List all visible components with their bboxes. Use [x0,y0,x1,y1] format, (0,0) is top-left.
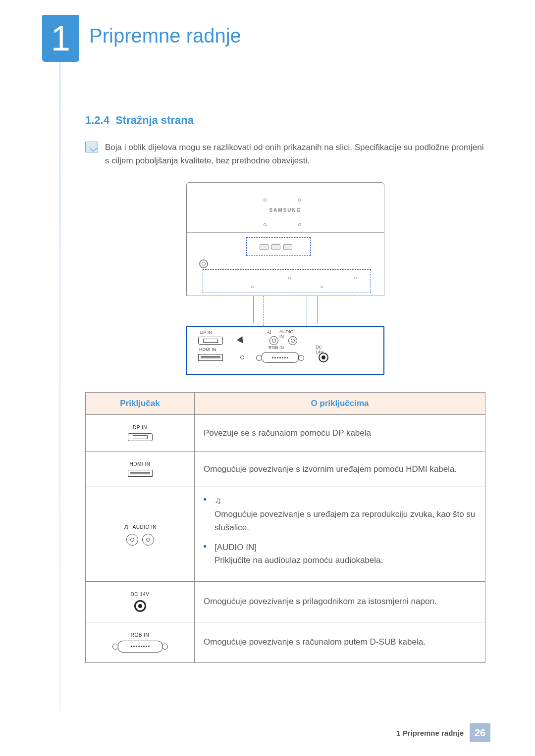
table-row: RGB IN Omogućuje povezivanje s računalom… [86,622,485,662]
screw-hole-icon [264,223,267,226]
cell-label: RGB IN [91,632,189,638]
table-row: ♫ AUDIO IN ♫ Omogućuje povezivanje [86,487,485,581]
ports-table: Priključak O priključcima DP IN Povezuje… [85,392,485,662]
screw-hole-icon [298,223,301,226]
page-footer: 1 Pripremne radnje 26 [396,723,490,742]
section-title: Stražnja strana [115,114,194,126]
audio-desc-list: ♫ Omogućuje povezivanje s uređajem za re… [204,494,476,567]
brand-label: SAMSUNG [269,207,301,213]
dp-port-icon [198,337,223,345]
dp-port-label: DP IN [200,330,212,335]
bullet-text: Omogućuje povezivanje s uređajem za repr… [214,509,475,532]
mini-ports-row [251,240,301,254]
list-item: [AUDIO IN] Priključite na audioulaz pomo… [204,541,476,567]
cell-label: DP IN [91,425,189,430]
chapter-title: Pripremne radnje [89,25,241,47]
left-gutter-line [59,59,60,711]
cell-desc: Povezuje se s računalom pomoću DP kabela [195,415,485,452]
table-row: DC 14V Omogućuje povezivanje s prilagodn… [86,581,485,622]
footer-page-number: 26 [470,723,490,742]
audio-jack-icon [269,336,278,345]
table-header-port: Priključak [86,393,195,415]
hdmi-port-icon [128,470,153,477]
note-icon [85,142,98,152]
headphone-icon: ♫ [214,494,221,508]
bullet-text: Priključite na audioulaz pomoću audiokab… [214,555,383,565]
vga-port-icon [118,641,162,653]
screw-hole-icon [264,199,267,202]
callout-line [264,296,264,326]
audio-jack-icon [126,534,138,546]
note-block: Boja i oblik dijelova mogu se razlikovat… [85,141,485,167]
footer-chapter-label: 1 Pripremne radnje [396,729,470,737]
diagram-wrapper: SAMSUNG [85,182,485,375]
cell-label: AUDIO IN [133,524,157,530]
content-area: 1.2.4 Stražnja strana Boja i oblik dijel… [85,114,485,663]
monitor-stand [253,296,318,323]
cell-desc: Omogućuje povezivanje s prilagodnikom za… [195,581,485,622]
hdmi-port-label: HDMI IN [199,347,216,352]
arrow-marker-icon [237,336,246,345]
bullet-label: [AUDIO IN] [214,543,257,552]
kensington-lock-icon [199,259,208,268]
chapter-number: 1 [42,15,79,62]
cell-label: DC 14V [91,592,189,597]
port-callout-panel: DP IN ♫ AUDIO IN HDMI IN [186,326,384,375]
monitor-back-panel: SAMSUNG [186,182,384,296]
dc-port-label: DC 14V [316,345,328,354]
callout-line [307,296,307,326]
panel-divider [187,232,384,233]
vga-port-icon [262,352,299,363]
note-text: Boja i oblik dijelova mogu se razlikovat… [105,141,485,167]
audio-port-label: AUDIO IN [279,329,297,339]
screw-hole-icon [298,199,301,202]
port-highlight-box-wide [203,269,371,293]
monitor-rear-diagram: SAMSUNG [186,182,384,375]
page: 1 Pripremne radnje 1.2.4 Stražnja strana… [0,0,535,756]
hdmi-port-icon [198,354,223,361]
table-row: HDMI IN Omogućuje povezivanje s izvornim… [86,452,485,487]
rgb-port-label: RGB IN [268,345,284,350]
section-heading: 1.2.4 Stražnja strana [85,114,485,127]
dp-port-icon [128,433,153,441]
cell-label: HDMI IN [91,461,189,467]
cell-desc: Omogućuje povezivanje s računalom putem … [195,622,485,662]
audio-jack-icon [142,534,154,546]
cell-desc: Omogućuje povezivanje s izvornim uređaje… [195,452,485,487]
section-number: 1.2.4 [85,114,109,126]
spacer [238,353,247,362]
table-header-desc: O priključcima [195,393,485,415]
table-row: DP IN Povezuje se s računalom pomoću DP … [86,415,485,452]
headphone-icon: ♫ [123,523,129,531]
chapter-header: 1 Pripremne radnje [0,10,535,69]
list-item: ♫ Omogućuje povezivanje s uređajem za re… [204,494,476,534]
dc-port-icon [134,600,146,612]
headphone-icon: ♫ [267,327,272,335]
